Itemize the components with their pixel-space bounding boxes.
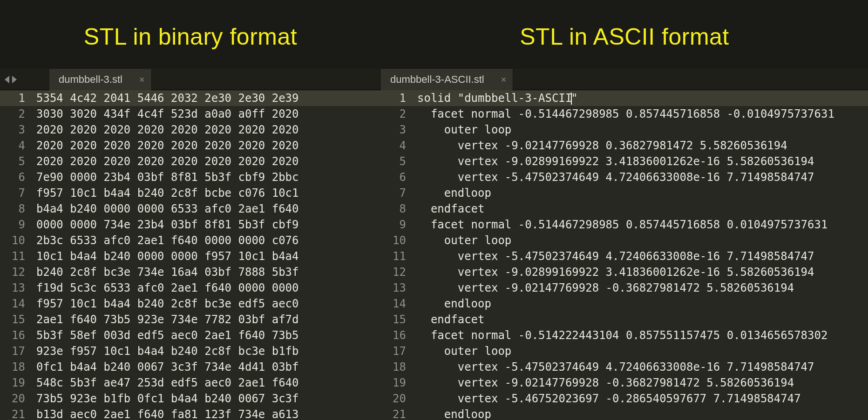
code-line[interactable]: 152ae1 f640 73b5 923e 734e 7782 03bf af7…	[0, 312, 381, 327]
line-number: 14	[381, 296, 413, 312]
code-text: 5354 4c42 2041 5446 2032 2e30 2e30 2e39	[32, 90, 381, 106]
code-line[interactable]: 19 vertex -9.02147769928 -0.36827981472 …	[381, 375, 868, 391]
code-text: facet normal -0.514467298985 0.857445716…	[413, 106, 868, 122]
code-line[interactable]: 32020 2020 2020 2020 2020 2020 2020 2020	[0, 122, 381, 138]
line-number: 20	[381, 391, 413, 407]
code-line[interactable]: 5 vertex -9.02899169922 3.41836001262e-1…	[381, 153, 868, 169]
code-text: outer loop	[413, 122, 868, 138]
line-number: 4	[381, 138, 413, 153]
code-line[interactable]: 67e90 0000 23b4 03bf 8f81 5b3f cbf9 2bbc	[0, 169, 381, 185]
line-number: 17	[0, 343, 32, 359]
code-line[interactable]: 2 facet normal -0.514467298985 0.8574457…	[381, 106, 868, 122]
right-heading: STL in ASCII format	[381, 0, 868, 69]
code-text: 2020 2020 2020 2020 2020 2020 2020 2020	[32, 138, 381, 153]
code-text: vertex -9.02147769928 -0.36827981472 5.5…	[413, 280, 868, 296]
line-number: 4	[0, 138, 32, 153]
code-text: 923e f957 10c1 b4a4 b240 2c8f bc3e b1fb	[32, 343, 381, 359]
line-number: 20	[0, 391, 32, 407]
line-number: 5	[381, 153, 413, 169]
code-line[interactable]: 17923e f957 10c1 b4a4 b240 2c8f bc3e b1f…	[0, 343, 381, 359]
code-line[interactable]: 165b3f 58ef 003d edf5 aec0 2ae1 f640 73b…	[0, 327, 381, 343]
code-text: 2b3c 6533 afc0 2ae1 f640 0000 0000 c076	[32, 233, 381, 248]
code-text: 0fc1 b4a4 b240 0067 3c3f 734e 4d41 03bf	[32, 359, 381, 375]
line-number: 16	[0, 327, 32, 343]
code-text: vertex -9.02147769928 -0.36827981472 5.5…	[413, 375, 868, 391]
code-text: 5b3f 58ef 003d edf5 aec0 2ae1 f640 73b5	[32, 327, 381, 343]
code-line[interactable]: 16 facet normal -0.514222443104 0.857551…	[381, 327, 868, 343]
close-icon[interactable]: ×	[501, 75, 507, 84]
code-line[interactable]: 4 vertex -9.02147769928 0.36827981472 5.…	[381, 138, 868, 153]
code-text: vertex -5.47502374649 4.72406633008e-16 …	[413, 169, 868, 185]
tab-label: dumbbell-3-ASCII.stl	[390, 73, 484, 86]
code-line[interactable]: 8 endfacet	[381, 201, 868, 217]
code-line[interactable]: 14f957 10c1 b4a4 b240 2c8f bc3e edf5 aec…	[0, 296, 381, 312]
code-line[interactable]: 6 vertex -5.47502374649 4.72406633008e-1…	[381, 169, 868, 185]
tab-dumbbell-3-stl[interactable]: dumbbell-3.stl ×	[49, 69, 152, 90]
line-number: 6	[0, 169, 32, 185]
code-line[interactable]: 18 vertex -5.47502374649 4.72406633008e-…	[381, 359, 868, 375]
code-text: facet normal -0.514222443104 0.857551157…	[413, 327, 868, 343]
code-line[interactable]: 2073b5 923e b1fb 0fc1 b4a4 b240 0067 3c3…	[0, 391, 381, 407]
right-tabbar: dumbbell-3-ASCII.stl ×	[381, 69, 868, 90]
right-pane: STL in ASCII format dumbbell-3-ASCII.stl…	[381, 0, 868, 420]
code-line[interactable]: 20 vertex -5.46752023697 -0.286540597677…	[381, 391, 868, 407]
line-number: 8	[381, 201, 413, 217]
tab-label: dumbbell-3.stl	[59, 73, 122, 86]
code-text: vertex -5.47502374649 4.72406633008e-16 …	[413, 359, 868, 375]
tab-back-icon[interactable]	[5, 76, 9, 83]
code-line[interactable]: 1solid "dumbbell-3-ASCII"	[381, 90, 868, 106]
code-text: endloop	[413, 296, 868, 312]
code-line[interactable]: 42020 2020 2020 2020 2020 2020 2020 2020	[0, 138, 381, 153]
code-text: 2ae1 f640 73b5 923e 734e 7782 03bf af7d	[32, 312, 381, 327]
line-number: 3	[0, 122, 32, 138]
line-number: 9	[381, 217, 413, 233]
code-line[interactable]: 13f19d 5c3c 6533 afc0 2ae1 f640 0000 000…	[0, 280, 381, 296]
code-text: b240 2c8f bc3e 734e 16a4 03bf 7888 5b3f	[32, 264, 381, 280]
code-text: 73b5 923e b1fb 0fc1 b4a4 b240 0067 3c3f	[32, 391, 381, 407]
left-code-area[interactable]: 15354 4c42 2041 5446 2032 2e30 2e30 2e39…	[0, 90, 381, 420]
code-line[interactable]: 90000 0000 734e 23b4 03bf 8f81 5b3f cbf9	[0, 217, 381, 233]
code-line[interactable]: 11 vertex -5.47502374649 4.72406633008e-…	[381, 248, 868, 264]
code-text: 2020 2020 2020 2020 2020 2020 2020 2020	[32, 122, 381, 138]
code-line[interactable]: 9 facet normal -0.514467298985 0.8574457…	[381, 217, 868, 233]
code-line[interactable]: 8b4a4 b240 0000 0000 6533 afc0 2ae1 f640	[0, 201, 381, 217]
code-line[interactable]: 7f957 10c1 b4a4 b240 2c8f bcbe c076 10c1	[0, 185, 381, 201]
code-line[interactable]: 52020 2020 2020 2020 2020 2020 2020 2020	[0, 153, 381, 169]
close-icon[interactable]: ×	[139, 75, 145, 84]
code-text: solid "dumbbell-3-ASCII"	[413, 90, 868, 106]
code-text: b4a4 b240 0000 0000 6533 afc0 2ae1 f640	[32, 201, 381, 217]
code-line[interactable]: 7 endloop	[381, 185, 868, 201]
code-line[interactable]: 12 vertex -9.02899169922 3.41836001262e-…	[381, 264, 868, 280]
code-line[interactable]: 15354 4c42 2041 5446 2032 2e30 2e30 2e39	[0, 90, 381, 106]
tab-dumbbell-3-ascii-stl[interactable]: dumbbell-3-ASCII.stl ×	[381, 69, 513, 90]
right-code-area[interactable]: 1solid "dumbbell-3-ASCII"2 facet normal …	[381, 90, 868, 420]
line-number: 15	[381, 312, 413, 327]
left-heading: STL in binary format	[0, 0, 381, 69]
code-line[interactable]: 19548c 5b3f ae47 253d edf5 aec0 2ae1 f64…	[0, 375, 381, 391]
code-line[interactable]: 13 vertex -9.02147769928 -0.36827981472 …	[381, 280, 868, 296]
line-number: 15	[0, 312, 32, 327]
code-text: endloop	[413, 407, 868, 420]
code-text: outer loop	[413, 343, 868, 359]
line-number: 12	[381, 264, 413, 280]
code-line[interactable]: 180fc1 b4a4 b240 0067 3c3f 734e 4d41 03b…	[0, 359, 381, 375]
code-line[interactable]: 15 endfacet	[381, 312, 868, 327]
code-line[interactable]: 1110c1 b4a4 b240 0000 0000 f957 10c1 b4a…	[0, 248, 381, 264]
code-line[interactable]: 3 outer loop	[381, 122, 868, 138]
code-line[interactable]: 21b13d aec0 2ae1 f640 fa81 123f 734e a61…	[0, 407, 381, 420]
code-text: outer loop	[413, 233, 868, 248]
code-text: vertex -9.02899169922 3.41836001262e-16 …	[413, 153, 868, 169]
code-text: vertex -5.47502374649 4.72406633008e-16 …	[413, 248, 868, 264]
line-number: 2	[0, 106, 32, 122]
code-line[interactable]: 102b3c 6533 afc0 2ae1 f640 0000 0000 c07…	[0, 233, 381, 248]
code-line[interactable]: 10 outer loop	[381, 233, 868, 248]
code-line[interactable]: 14 endloop	[381, 296, 868, 312]
line-number: 3	[381, 122, 413, 138]
code-text: vertex -9.02147769928 0.36827981472 5.58…	[413, 138, 868, 153]
code-line[interactable]: 17 outer loop	[381, 343, 868, 359]
code-line[interactable]: 21 endloop	[381, 407, 868, 420]
tab-forward-icon[interactable]	[12, 76, 17, 83]
code-text: b13d aec0 2ae1 f640 fa81 123f 734e a613	[32, 407, 381, 420]
code-line[interactable]: 23030 3020 434f 4c4f 523d a0a0 a0ff 2020	[0, 106, 381, 122]
code-line[interactable]: 12b240 2c8f bc3e 734e 16a4 03bf 7888 5b3…	[0, 264, 381, 280]
